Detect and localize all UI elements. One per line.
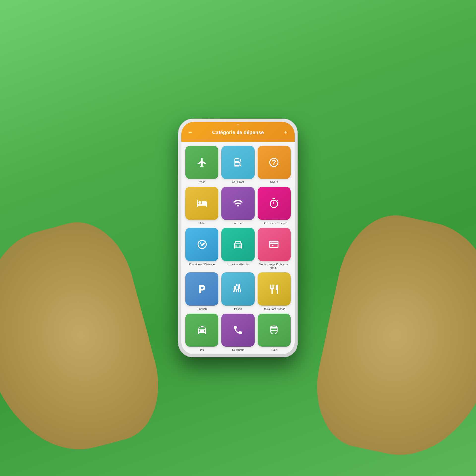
category-avion[interactable]: Avion bbox=[185, 146, 218, 184]
avion-icon-box bbox=[185, 146, 218, 179]
telephone-icon-box bbox=[221, 314, 254, 347]
internet-icon-box bbox=[221, 187, 254, 220]
category-taxi[interactable]: Taxi bbox=[185, 314, 218, 352]
train-icon-box bbox=[258, 314, 291, 347]
hotel-icon-box bbox=[185, 187, 218, 220]
category-kilometres[interactable]: Kilomètres / Distance bbox=[185, 228, 218, 269]
parking-icon bbox=[197, 284, 208, 295]
car-money-icon bbox=[233, 239, 243, 250]
taxi-icon-box bbox=[185, 314, 218, 347]
divers-icon-box bbox=[258, 146, 291, 179]
restaurant-icon-box bbox=[258, 272, 291, 305]
timer-icon bbox=[268, 198, 279, 209]
scene: ← Catégorie de dépense + bbox=[0, 0, 476, 476]
telephone-label: Téléphone bbox=[232, 348, 244, 352]
phone-icon bbox=[233, 325, 243, 335]
peage-icon-box bbox=[221, 272, 254, 305]
montant-label: Montant négatif (Avance, remb... bbox=[258, 263, 291, 270]
category-hotel[interactable]: Hôtel bbox=[185, 187, 218, 225]
phone-inner: ← Catégorie de dépense + bbox=[181, 122, 295, 354]
train-icon bbox=[268, 325, 279, 335]
intervention-icon-box bbox=[258, 187, 291, 220]
category-divers[interactable]: Divers bbox=[258, 146, 291, 184]
category-telephone[interactable]: Téléphone bbox=[221, 314, 254, 352]
negative-icon bbox=[268, 239, 279, 250]
category-restaurant[interactable]: Restaurant / repas bbox=[258, 272, 291, 311]
category-train[interactable]: Train bbox=[258, 314, 291, 352]
kilometres-label: Kilomètres / Distance bbox=[189, 263, 215, 266]
wifi-icon bbox=[233, 198, 243, 209]
category-location[interactable]: Location véhicule bbox=[221, 228, 254, 269]
divers-label: Divers bbox=[270, 180, 278, 184]
category-montant[interactable]: Montant négatif (Avance, remb... bbox=[258, 228, 291, 269]
back-button[interactable]: ← bbox=[186, 129, 194, 136]
restaurant-label: Restaurant / repas bbox=[263, 307, 285, 311]
category-carburant[interactable]: Carburant bbox=[221, 146, 254, 184]
app-header: ← Catégorie de dépense + bbox=[181, 122, 295, 142]
category-internet[interactable]: Internet bbox=[221, 187, 254, 225]
internet-label: Internet bbox=[233, 221, 242, 225]
taxi-label: Taxi bbox=[200, 348, 205, 352]
app-content: Avion Carburant bbox=[181, 142, 295, 354]
restaurant-icon bbox=[268, 284, 279, 295]
parking-label: Parking bbox=[197, 307, 207, 311]
montant-icon-box bbox=[258, 228, 291, 261]
fuel-icon bbox=[233, 157, 243, 168]
hotel-label: Hôtel bbox=[199, 221, 205, 225]
carburant-label: Carburant bbox=[232, 180, 244, 184]
add-button[interactable]: + bbox=[282, 129, 290, 136]
speedometer-icon bbox=[197, 239, 208, 250]
kilometres-icon-box bbox=[185, 228, 218, 261]
category-intervention[interactable]: Intervention / Temps bbox=[258, 187, 291, 225]
phone-outer: ← Catégorie de dépense + bbox=[178, 119, 298, 357]
location-label: Location véhicule bbox=[227, 263, 248, 266]
location-icon-box bbox=[221, 228, 254, 261]
categories-grid: Avion Carburant bbox=[185, 146, 291, 354]
parking-icon-box bbox=[185, 272, 218, 305]
avion-label: Avion bbox=[199, 180, 205, 184]
phone: ← Catégorie de dépense + bbox=[178, 119, 298, 357]
carburant-icon-box bbox=[221, 146, 254, 179]
header-title: Catégorie de dépense bbox=[212, 130, 264, 135]
plane-icon bbox=[197, 157, 208, 168]
intervention-label: Intervention / Temps bbox=[262, 221, 286, 225]
peage-label: Péage bbox=[234, 307, 242, 311]
category-peage[interactable]: Péage bbox=[221, 272, 254, 311]
question-icon bbox=[268, 157, 279, 168]
taxi-icon bbox=[197, 325, 208, 335]
hotel-icon bbox=[197, 198, 208, 209]
svg-rect-0 bbox=[272, 245, 273, 246]
road-icon bbox=[233, 284, 243, 295]
category-parking[interactable]: Parking bbox=[185, 272, 218, 311]
train-label: Train bbox=[271, 348, 277, 352]
